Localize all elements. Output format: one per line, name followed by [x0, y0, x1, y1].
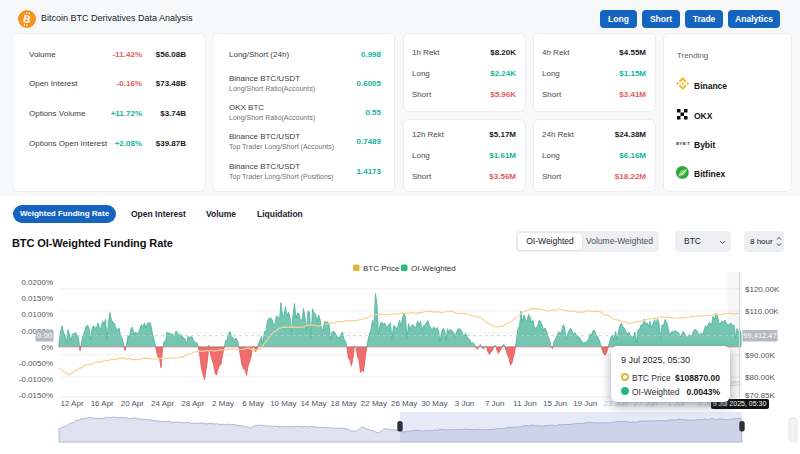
svg-text:0.0200%: 0.0200% — [21, 278, 53, 287]
svg-text:$110.00K: $110.00K — [745, 307, 779, 316]
svg-text:10 May: 10 May — [270, 399, 296, 408]
svg-text:12 Apr: 12 Apr — [60, 399, 83, 408]
svg-text:30 May: 30 May — [421, 399, 447, 408]
svg-text:BTC Price: BTC Price — [363, 264, 400, 273]
svg-text:7 Jun: 7 Jun — [485, 399, 505, 408]
svg-text:11 Jun: 11 Jun — [513, 399, 536, 408]
svg-text:OI-Weighted: OI-Weighted — [411, 264, 456, 273]
svg-text:0.0100%: 0.0100% — [21, 310, 53, 319]
svg-text:19 Jun: 19 Jun — [573, 399, 597, 408]
svg-text:0.0150%: 0.0150% — [21, 294, 53, 303]
svg-text:0.00: 0.00 — [37, 331, 53, 340]
svg-text:18 May: 18 May — [331, 399, 357, 408]
svg-text:0.0050%: 0.0050% — [21, 327, 53, 336]
svg-text:-0.0150%: -0.0150% — [19, 391, 53, 400]
svg-text:0%: 0% — [41, 343, 53, 352]
svg-text:355: 355 — [729, 379, 742, 388]
svg-text:$120.00K: $120.00K — [745, 285, 780, 294]
svg-text:$90.00K: $90.00K — [745, 351, 775, 360]
svg-text:99,412.47: 99,412.47 — [743, 331, 776, 340]
svg-text:16 Apr: 16 Apr — [91, 399, 114, 408]
svg-text:20 Apr: 20 Apr — [121, 399, 144, 408]
svg-text:-0.0100%: -0.0100% — [19, 375, 53, 384]
svg-text:6 May: 6 May — [242, 399, 264, 408]
svg-text:22 May: 22 May — [361, 399, 387, 408]
svg-text:3 Jun: 3 Jun — [455, 399, 475, 408]
svg-text:-0.0050%: -0.0050% — [19, 359, 53, 368]
svg-text:2 May: 2 May — [212, 399, 234, 408]
svg-text:26 May: 26 May — [391, 399, 417, 408]
svg-text:14 May: 14 May — [300, 399, 326, 408]
svg-text:24 Apr: 24 Apr — [151, 399, 174, 408]
svg-text:28 Apr: 28 Apr — [181, 399, 204, 408]
svg-text:$80.00K: $80.00K — [745, 373, 775, 382]
svg-text:15 Jun: 15 Jun — [543, 399, 567, 408]
